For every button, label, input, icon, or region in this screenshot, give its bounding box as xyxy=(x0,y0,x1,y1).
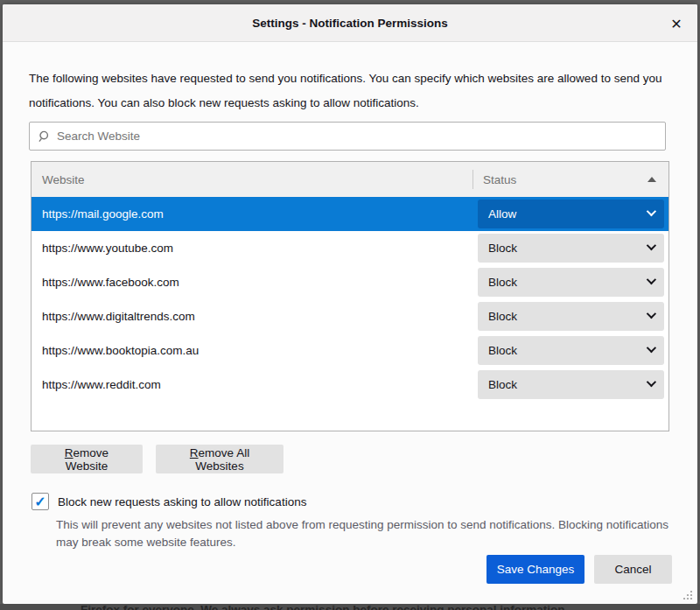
checkmark-icon: ✓ xyxy=(34,494,46,510)
column-header-website[interactable]: Website xyxy=(32,170,473,189)
website-url: https://www.digitaltrends.com xyxy=(32,310,478,323)
table-header: Website Status xyxy=(32,162,668,197)
status-dropdown[interactable]: Block xyxy=(478,234,664,263)
website-url: https://www.booktopia.com.au xyxy=(32,344,478,357)
dimmed-background-page: Firefox for everyone. We always ask perm… xyxy=(0,604,700,610)
remove-all-websites-button[interactable]: Remove All Websites xyxy=(156,445,284,473)
table-row[interactable]: https://www.youtube.com Block xyxy=(32,231,668,265)
cancel-button[interactable]: Cancel xyxy=(594,555,672,584)
website-url: https://www.youtube.com xyxy=(32,242,478,255)
table-row[interactable]: https://mail.google.com Allow xyxy=(32,197,668,231)
table-row[interactable]: https://www.reddit.com Block xyxy=(32,368,668,402)
save-changes-button[interactable]: Save Changes xyxy=(486,555,584,584)
sort-ascending-icon xyxy=(648,177,656,182)
website-url: https://www.facebook.com xyxy=(32,276,478,289)
table-row[interactable]: https://www.booktopia.com.au Block xyxy=(32,333,668,368)
chevron-down-icon xyxy=(647,274,656,284)
block-new-requests-checkbox[interactable]: ✓ xyxy=(32,493,49,510)
status-dropdown[interactable]: Block xyxy=(478,268,664,297)
block-new-requests-description: This will prevent any websites not liste… xyxy=(56,516,672,550)
website-url: https://mail.google.com xyxy=(32,207,478,221)
permissions-table: Website Status https://mail.google.com A… xyxy=(31,161,669,431)
website-url: https://www.reddit.com xyxy=(32,378,478,391)
chevron-down-icon xyxy=(647,308,656,318)
search-box xyxy=(29,122,666,151)
dialog-description: The following websites have requested to… xyxy=(29,67,673,116)
chevron-down-icon xyxy=(647,376,656,386)
background-page-text: Firefox for everyone. We always ask perm… xyxy=(80,604,568,610)
search-icon xyxy=(38,130,51,143)
block-new-requests-label[interactable]: Block new requests asking to allow notif… xyxy=(58,495,306,508)
remove-website-button[interactable]: Remove Website xyxy=(31,445,143,473)
status-dropdown[interactable]: Block xyxy=(478,302,664,331)
table-row[interactable]: https://www.digitaltrends.com Block xyxy=(32,299,668,333)
dialog-title: Settings - Notification Permissions xyxy=(252,17,448,30)
status-dropdown[interactable]: Block xyxy=(478,370,664,399)
chevron-down-icon xyxy=(647,240,656,249)
table-row[interactable]: https://www.facebook.com Block xyxy=(32,265,668,299)
notification-permissions-dialog: Settings - Notification Permissions ✕ Th… xyxy=(3,4,697,604)
dialog-titlebar: Settings - Notification Permissions ✕ xyxy=(3,4,697,42)
close-icon[interactable]: ✕ xyxy=(664,11,689,36)
resize-grip[interactable] xyxy=(682,589,693,600)
chevron-down-icon xyxy=(647,342,656,352)
search-input[interactable] xyxy=(57,130,656,143)
column-header-status[interactable]: Status xyxy=(473,173,668,186)
status-dropdown[interactable]: Allow xyxy=(478,200,664,228)
status-dropdown[interactable]: Block xyxy=(478,336,664,365)
chevron-down-icon xyxy=(647,206,656,215)
